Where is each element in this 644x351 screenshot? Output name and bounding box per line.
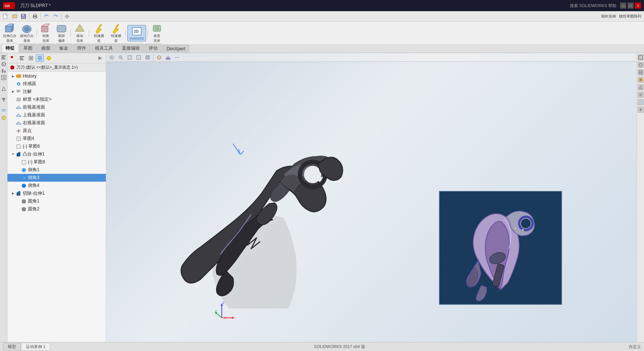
tree-item-sketch4[interactable]: 草图4 (7, 135, 106, 142)
viewport-appearance[interactable] (155, 53, 163, 62)
viewport-fit-button[interactable] (126, 53, 134, 62)
panel-icon5[interactable] (45, 54, 53, 62)
cut-extrude-expand-icon[interactable]: ▶ (10, 191, 16, 196)
right-icon6[interactable] (638, 92, 644, 98)
viewport-view-button[interactable] (108, 53, 116, 62)
history-expand-icon[interactable]: ▶ (10, 73, 16, 79)
maximize-button[interactable]: □ (628, 3, 634, 9)
tree-item-topplane[interactable]: 上视基准面 (7, 111, 106, 119)
panel-icon3[interactable] (27, 54, 35, 62)
tab-model[interactable]: 模型 (3, 343, 21, 351)
viewport-display-mode[interactable] (143, 53, 152, 62)
options-button[interactable] (63, 12, 71, 21)
reference-geometry-button[interactable]: 移动实体 (72, 23, 87, 43)
right-icon3[interactable] (638, 69, 644, 75)
svg-marker-10 (57, 15, 58, 17)
view-direction-button[interactable]: 朝向实体 (600, 12, 617, 21)
tree-item-sensors[interactable]: 传感器 (7, 80, 106, 88)
open-button[interactable] (10, 12, 19, 21)
fillet-button[interactable]: 面部偏移 (54, 23, 69, 43)
minimize-button[interactable]: — (620, 3, 626, 9)
tree-item-chamfer4[interactable]: 倒角4 (7, 182, 106, 189)
right-icon7[interactable] (638, 99, 644, 105)
view-2d-icon[interactable] (1, 86, 7, 92)
panel-icon4[interactable] (36, 54, 44, 62)
print-button[interactable] (31, 12, 39, 21)
tree-item-sketch6[interactable]: (-) 草图6 (7, 142, 106, 150)
tab-motion-study[interactable]: 运动算例 1 (21, 343, 50, 351)
svg-rect-17 (5, 26, 12, 32)
viewport[interactable]: X Y Z (106, 53, 644, 342)
quick-snap2-button[interactable]: 快速捕捉 (108, 23, 124, 43)
scenes-icon[interactable] (1, 115, 7, 121)
svg-point-43 (30, 57, 32, 59)
tree-item-sketch8[interactable]: (-) 草图8 (7, 158, 106, 166)
viewport-section-view[interactable] (135, 53, 143, 62)
right-icon4[interactable] (638, 77, 644, 83)
tab-sheetmetal[interactable]: 钣金 (55, 44, 72, 53)
sensors-label: 传感器 (23, 81, 36, 87)
svg-rect-27 (1, 57, 4, 58)
extruded-cut-button[interactable]: 转换实体 (38, 23, 53, 43)
tree-item-history[interactable]: ▶ History (7, 72, 106, 80)
tree-item-boss-extrude[interactable]: ▼ 凸台-拉伸1 (7, 150, 106, 158)
tree-item-fillet1[interactable]: 圆角1 (7, 197, 106, 205)
tree-item-frontplane[interactable]: 前视基准面 (7, 103, 106, 111)
history-label: History (23, 73, 37, 79)
save-button[interactable] (19, 12, 28, 21)
undo-button[interactable] (42, 12, 51, 21)
tab-sketch[interactable]: 草图 (19, 44, 37, 53)
configuration-manager-icon[interactable] (1, 68, 7, 74)
viewport-zoom-button[interactable] (117, 53, 125, 62)
annotations-expand-icon[interactable]: ▶ (10, 89, 16, 94)
cut-extrude-icon (16, 191, 22, 197)
svg-rect-53 (17, 98, 20, 101)
revolved-boss-button[interactable]: 旋转凸台基体 (19, 23, 35, 43)
toolbar-sep1 (29, 13, 29, 20)
boss-extrude-expand-icon[interactable]: ▼ (10, 152, 16, 157)
svg-text:Y: Y (215, 309, 217, 313)
panel-icon2[interactable] (18, 54, 26, 62)
selection-filter-icon[interactable] (1, 97, 7, 103)
tab-mold[interactable]: 模具工具 (91, 44, 117, 53)
feature-manager-icon[interactable] (1, 54, 7, 60)
tree-item-material[interactable]: 材质 <未指定> (7, 95, 106, 103)
right-icon8[interactable] (638, 107, 644, 113)
tab-dimxpert[interactable]: DimXpert (162, 45, 189, 53)
svg-rect-28 (1, 59, 5, 59)
tab-direct-edit[interactable]: 直接编辑 (118, 44, 144, 53)
sensors-expand-icon (10, 81, 16, 87)
tree-item-cut-extrude[interactable]: ▶ 切除-拉伸1 (7, 189, 106, 197)
tab-evaluate[interactable]: 评估 (145, 44, 162, 53)
reference-image[interactable] (439, 191, 562, 305)
panel-collapse[interactable] (96, 55, 104, 61)
right-icon1[interactable] (638, 54, 644, 60)
tab-weldment[interactable]: 焊件 (73, 44, 90, 53)
dxf-button[interactable] (1, 75, 7, 81)
tree-item-origin[interactable]: 原点 (7, 127, 106, 135)
tree-item-rightplane[interactable]: 右视基准面 (7, 119, 106, 127)
quick-snap-button[interactable]: 快速捕捉 (91, 23, 107, 43)
tree-item-chamfer3[interactable]: 倒角3 (7, 174, 106, 182)
status-bar: 模型 运动算例 1 SOLIDWORKS 2017 x64 版 自定义 (0, 342, 644, 351)
viewport-more[interactable] (173, 53, 181, 62)
tree-item-fillet2[interactable]: 圆角2 (7, 205, 106, 213)
right-icons-panel (637, 53, 644, 342)
new-button[interactable] (1, 12, 10, 21)
tab-surface[interactable]: 曲面 (37, 44, 54, 53)
viewport-scenes[interactable] (164, 53, 172, 62)
modify-button[interactable]: 改变实体 (149, 23, 164, 43)
redo-button[interactable] (51, 12, 60, 21)
right-icon5[interactable] (638, 84, 644, 90)
layers-icon[interactable] (1, 108, 7, 114)
tree-item-chamfer1[interactable]: 倒角1 (7, 166, 106, 174)
line-sketch-array-button[interactable]: 线性草图阵列 (618, 12, 643, 21)
tab-features[interactable]: 特征 (1, 44, 19, 53)
close-button[interactable]: ✕ (635, 3, 641, 9)
extruded-boss-button[interactable]: 拉伸凸台基体 (1, 23, 18, 43)
instant2d-button[interactable]: 2D Instant2D (127, 25, 146, 41)
right-icon2[interactable] (638, 62, 644, 68)
tree-item-annotations[interactable]: ▶ A 注解 (7, 88, 106, 95)
property-manager-icon[interactable]: i (1, 61, 7, 67)
feature-tree-icon[interactable] (9, 54, 17, 62)
